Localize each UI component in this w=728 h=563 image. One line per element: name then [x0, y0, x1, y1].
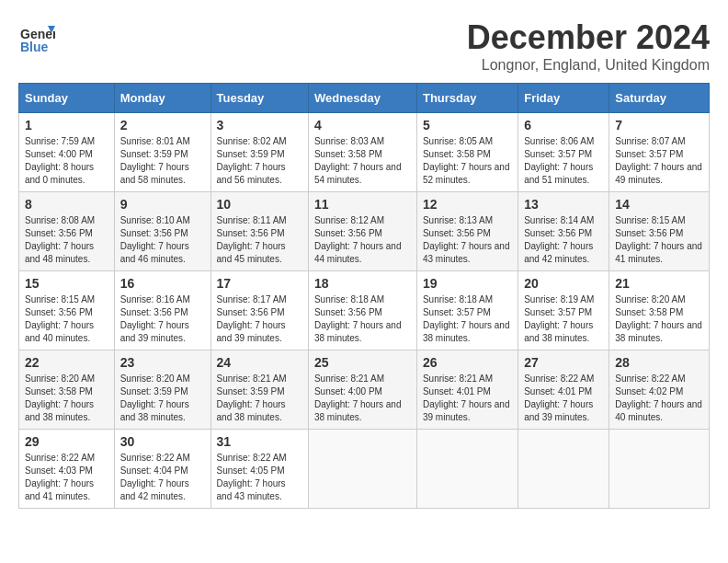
- day-header-tuesday: Tuesday: [210, 84, 308, 113]
- day-info: Sunrise: 8:15 AM Sunset: 3:56 PM Dayligh…: [25, 293, 108, 345]
- day-number: 16: [120, 276, 205, 291]
- day-number: 9: [120, 197, 205, 212]
- day-number: 5: [423, 118, 512, 132]
- calendar-cell: 30 Sunrise: 8:22 AM Sunset: 4:04 PM Dayl…: [114, 430, 210, 509]
- day-info: Sunrise: 8:20 AM Sunset: 3:59 PM Dayligh…: [120, 373, 205, 424]
- day-info: Sunrise: 8:18 AM Sunset: 3:56 PM Dayligh…: [314, 293, 411, 345]
- day-info: Sunrise: 8:20 AM Sunset: 3:58 PM Dayligh…: [25, 373, 108, 424]
- day-number: 6: [524, 118, 603, 132]
- logo: General Blue: [18, 18, 60, 55]
- calendar-body: 1 Sunrise: 7:59 AM Sunset: 4:00 PM Dayli…: [19, 113, 710, 509]
- calendar-cell: 2 Sunrise: 8:01 AM Sunset: 3:59 PM Dayli…: [114, 113, 210, 192]
- day-number: 31: [217, 434, 302, 449]
- day-info: Sunrise: 8:15 AM Sunset: 3:56 PM Dayligh…: [615, 214, 703, 266]
- day-number: 13: [524, 197, 603, 212]
- calendar-cell: 14 Sunrise: 8:15 AM Sunset: 3:56 PM Dayl…: [609, 192, 710, 271]
- calendar-cell: 26 Sunrise: 8:21 AM Sunset: 4:01 PM Dayl…: [416, 350, 518, 430]
- day-info: Sunrise: 8:18 AM Sunset: 3:57 PM Dayligh…: [423, 293, 512, 345]
- calendar-cell: 4 Sunrise: 8:03 AM Sunset: 3:58 PM Dayli…: [308, 113, 416, 192]
- calendar-cell: [609, 430, 710, 509]
- calendar-title: December 2024: [467, 18, 710, 57]
- calendar-cell: 13 Sunrise: 8:14 AM Sunset: 3:56 PM Dayl…: [518, 192, 609, 271]
- calendar-cell: [518, 430, 609, 509]
- day-number: 24: [217, 355, 302, 370]
- day-number: 30: [120, 434, 205, 449]
- day-header-sunday: Sunday: [19, 84, 115, 113]
- calendar-cell: [416, 430, 518, 509]
- calendar-cell: 10 Sunrise: 8:11 AM Sunset: 3:56 PM Dayl…: [210, 192, 308, 271]
- day-number: 8: [25, 197, 108, 212]
- day-info: Sunrise: 8:03 AM Sunset: 3:58 PM Dayligh…: [314, 135, 411, 187]
- calendar-cell: 12 Sunrise: 8:13 AM Sunset: 3:56 PM Dayl…: [416, 192, 518, 271]
- day-number: 7: [615, 118, 703, 132]
- day-number: 4: [314, 118, 411, 132]
- day-number: 20: [524, 276, 603, 291]
- day-info: Sunrise: 8:16 AM Sunset: 3:56 PM Dayligh…: [120, 293, 205, 345]
- calendar-subtitle: Longnor, England, United Kingdom: [467, 57, 710, 74]
- calendar-cell: 20 Sunrise: 8:19 AM Sunset: 3:57 PM Dayl…: [518, 271, 609, 350]
- day-info: Sunrise: 8:05 AM Sunset: 3:58 PM Dayligh…: [423, 135, 512, 187]
- day-number: 28: [615, 355, 703, 370]
- day-info: Sunrise: 8:20 AM Sunset: 3:58 PM Dayligh…: [615, 293, 703, 345]
- day-info: Sunrise: 8:19 AM Sunset: 3:57 PM Dayligh…: [524, 293, 603, 345]
- calendar-cell: 5 Sunrise: 8:05 AM Sunset: 3:58 PM Dayli…: [416, 113, 518, 192]
- calendar-cell: 6 Sunrise: 8:06 AM Sunset: 3:57 PM Dayli…: [518, 113, 609, 192]
- calendar-cell: 29 Sunrise: 8:22 AM Sunset: 4:03 PM Dayl…: [19, 430, 115, 509]
- calendar-cell: 11 Sunrise: 8:12 AM Sunset: 3:56 PM Dayl…: [308, 192, 416, 271]
- day-info: Sunrise: 8:21 AM Sunset: 3:59 PM Dayligh…: [217, 373, 302, 424]
- day-info: Sunrise: 8:14 AM Sunset: 3:56 PM Dayligh…: [524, 214, 603, 266]
- calendar-cell: 22 Sunrise: 8:20 AM Sunset: 3:58 PM Dayl…: [19, 350, 115, 430]
- day-number: 23: [120, 355, 205, 370]
- day-number: 25: [314, 355, 411, 370]
- day-info: Sunrise: 8:22 AM Sunset: 4:03 PM Dayligh…: [25, 452, 108, 503]
- title-area: December 2024 Longnor, England, United K…: [467, 18, 710, 74]
- day-number: 2: [120, 118, 205, 132]
- day-info: Sunrise: 8:21 AM Sunset: 4:00 PM Dayligh…: [314, 373, 411, 424]
- day-info: Sunrise: 8:13 AM Sunset: 3:56 PM Dayligh…: [423, 214, 512, 266]
- day-number: 29: [25, 434, 108, 449]
- day-number: 27: [524, 355, 603, 370]
- day-header-monday: Monday: [114, 84, 210, 113]
- day-info: Sunrise: 8:22 AM Sunset: 4:01 PM Dayligh…: [524, 373, 603, 424]
- calendar-cell: 1 Sunrise: 7:59 AM Sunset: 4:00 PM Dayli…: [19, 113, 115, 192]
- day-number: 18: [314, 276, 411, 291]
- day-info: Sunrise: 8:17 AM Sunset: 3:56 PM Dayligh…: [217, 293, 302, 345]
- day-number: 14: [615, 197, 703, 212]
- week-row-3: 15 Sunrise: 8:15 AM Sunset: 3:56 PM Dayl…: [19, 271, 710, 350]
- calendar-cell: 23 Sunrise: 8:20 AM Sunset: 3:59 PM Dayl…: [114, 350, 210, 430]
- calendar-cell: 18 Sunrise: 8:18 AM Sunset: 3:56 PM Dayl…: [308, 271, 416, 350]
- calendar-cell: 8 Sunrise: 8:08 AM Sunset: 3:56 PM Dayli…: [19, 192, 115, 271]
- calendar-cell: 3 Sunrise: 8:02 AM Sunset: 3:59 PM Dayli…: [210, 113, 308, 192]
- day-number: 3: [217, 118, 302, 132]
- calendar-table: SundayMondayTuesdayWednesdayThursdayFrid…: [18, 83, 710, 509]
- day-info: Sunrise: 8:02 AM Sunset: 3:59 PM Dayligh…: [217, 135, 302, 187]
- day-header-friday: Friday: [518, 84, 609, 113]
- day-info: Sunrise: 8:22 AM Sunset: 4:04 PM Dayligh…: [120, 452, 205, 503]
- day-info: Sunrise: 8:11 AM Sunset: 3:56 PM Dayligh…: [217, 214, 302, 266]
- calendar-cell: 21 Sunrise: 8:20 AM Sunset: 3:58 PM Dayl…: [609, 271, 710, 350]
- week-row-1: 1 Sunrise: 7:59 AM Sunset: 4:00 PM Dayli…: [19, 113, 710, 192]
- day-info: Sunrise: 8:12 AM Sunset: 3:56 PM Dayligh…: [314, 214, 411, 266]
- day-number: 17: [217, 276, 302, 291]
- day-header-thursday: Thursday: [416, 84, 518, 113]
- svg-text:Blue: Blue: [20, 40, 49, 54]
- calendar-cell: 15 Sunrise: 8:15 AM Sunset: 3:56 PM Dayl…: [19, 271, 115, 350]
- day-info: Sunrise: 7:59 AM Sunset: 4:00 PM Dayligh…: [25, 135, 108, 187]
- calendar-cell: 28 Sunrise: 8:22 AM Sunset: 4:02 PM Dayl…: [609, 350, 710, 430]
- day-number: 19: [423, 276, 512, 291]
- calendar-cell: 27 Sunrise: 8:22 AM Sunset: 4:01 PM Dayl…: [518, 350, 609, 430]
- day-number: 1: [25, 118, 108, 132]
- calendar-cell: 25 Sunrise: 8:21 AM Sunset: 4:00 PM Dayl…: [308, 350, 416, 430]
- week-row-2: 8 Sunrise: 8:08 AM Sunset: 3:56 PM Dayli…: [19, 192, 710, 271]
- calendar-cell: 7 Sunrise: 8:07 AM Sunset: 3:57 PM Dayli…: [609, 113, 710, 192]
- logo-icon: General Blue: [18, 18, 55, 55]
- day-number: 22: [25, 355, 108, 370]
- week-row-5: 29 Sunrise: 8:22 AM Sunset: 4:03 PM Dayl…: [19, 430, 710, 509]
- day-number: 15: [25, 276, 108, 291]
- day-info: Sunrise: 8:07 AM Sunset: 3:57 PM Dayligh…: [615, 135, 703, 187]
- header: General Blue December 2024 Longnor, Engl…: [18, 18, 710, 74]
- day-number: 12: [423, 197, 512, 212]
- day-info: Sunrise: 8:08 AM Sunset: 3:56 PM Dayligh…: [25, 214, 108, 266]
- days-header-row: SundayMondayTuesdayWednesdayThursdayFrid…: [19, 84, 710, 113]
- day-info: Sunrise: 8:22 AM Sunset: 4:02 PM Dayligh…: [615, 373, 703, 424]
